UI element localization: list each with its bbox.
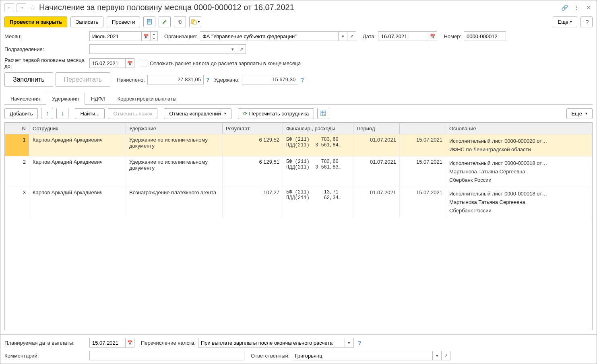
move-up-button[interactable]: ↑ [41,108,53,119]
cell-period-end: 15.07.2021 [400,187,446,218]
titlebar: ← → ☆ Начисление за первую половину меся… [0,0,597,14]
comment-input[interactable] [89,351,244,360]
number-label: Номер: [444,33,461,39]
postpone-checkbox[interactable] [141,60,147,66]
cell-financing: БФ (211) 783,60ПДД(211) 3 561,84… [283,134,353,156]
accrued-help-icon[interactable]: ? [206,77,209,83]
forward-button[interactable]: → [17,3,26,12]
back-button[interactable]: ← [4,3,14,12]
th-basis[interactable]: Основание [446,123,592,134]
kebab-menu-icon[interactable]: ⋮ [572,4,580,12]
month-up-icon[interactable]: ▲ [151,32,157,36]
edit-icon-button[interactable] [159,16,171,27]
calc-until-input[interactable] [89,58,126,68]
th-financing[interactable]: Финансир., расходы [283,123,353,134]
tax-transfer-input[interactable] [198,338,345,348]
recalc-button[interactable]: Пересчитать [56,72,111,87]
accrued-label: Начислено: [117,77,145,83]
tabs: Начисления Удержания НДФЛ Корректировки … [4,93,593,105]
month-input[interactable] [89,31,142,41]
calendar-icon[interactable]: 📅 [142,31,151,41]
tax-help-icon[interactable]: ? [358,340,361,346]
sub-more-button[interactable]: Еще▾ [566,108,593,119]
org-open-icon[interactable]: ↗ [347,31,356,41]
tab-accruals[interactable]: Начисления [4,93,46,105]
calc-calendar-icon[interactable]: 📅 [126,58,134,68]
planned-date-label: Планируемая дата выплаты: [4,340,87,346]
cell-period-start: 01.07.2021 [353,134,400,156]
cancel-fixes-button[interactable]: Отмена исправлений▾ [164,108,231,119]
th-period2[interactable] [400,123,446,134]
month-down-icon[interactable]: ▼ [151,36,157,41]
th-employee[interactable]: Сотрудник [29,123,126,134]
date-calendar-icon[interactable]: 📅 [428,31,437,41]
table-settings-button[interactable] [317,108,329,119]
th-result[interactable]: Результат [223,123,283,134]
attach-icon-button[interactable] [174,16,186,27]
accrued-value: 27 831,05 [147,75,204,84]
withholdings-table: N Сотрудник Удержание Результат Финансир… [4,122,593,330]
more-button[interactable]: Еще▾ [553,16,577,27]
th-period[interactable]: Период [353,123,400,134]
cell-period-start: 01.07.2021 [353,156,400,187]
withheld-help-icon[interactable]: ? [301,77,304,83]
cell-period-start: 01.07.2021 [353,187,400,218]
cell-basis: Исполнительный лист 0000-000018 от… Март… [446,187,592,218]
tax-dropdown-icon[interactable]: ▾ [345,338,354,348]
month-label: Месяц: [4,33,87,39]
table-row[interactable]: 3 Карпов Аркадий Аркадиевич Вознагражден… [5,187,592,218]
date-input[interactable] [378,31,428,41]
tab-withholdings[interactable]: Удержания [46,93,85,105]
find-button[interactable]: Найти... [75,108,105,119]
dept-input[interactable] [89,44,228,54]
dept-label: Подразделение: [4,46,87,52]
resp-dropdown-icon[interactable]: ▾ [433,351,442,360]
tab-ndfl[interactable]: НДФЛ [85,93,112,105]
cell-period-end: 15.07.2021 [400,134,446,156]
create-based-icon-button[interactable]: ▾ [189,16,201,27]
submit-close-button[interactable]: Провести и закрыть [4,16,67,27]
resp-open-icon[interactable]: ↗ [442,351,450,360]
close-icon[interactable]: ✕ [585,4,593,12]
org-dropdown-icon[interactable]: ▾ [339,31,347,41]
link-icon[interactable]: 🔗 [560,4,568,12]
tax-transfer-label: Перечисление налога: [141,340,196,346]
add-button[interactable]: Добавить [4,108,38,119]
svg-point-9 [324,114,325,115]
tab-corrections[interactable]: Корректировки выплаты [112,93,183,105]
cell-employee: Карпов Аркадий Аркадиевич [29,156,126,187]
svg-rect-5 [193,21,196,24]
planned-date-input[interactable] [89,338,126,348]
cell-employee: Карпов Аркадий Аркадиевич [29,187,126,218]
main-toolbar: Провести и закрыть Записать Провести ▾ Е… [0,14,597,29]
star-icon[interactable]: ☆ [29,4,37,12]
dept-open-icon[interactable]: ↗ [237,44,246,54]
table-row[interactable]: 2 Карпов Аркадий Аркадиевич Удержание по… [5,156,592,187]
withheld-value: 15 679,30 [242,75,298,84]
cell-deduction: Удержание по исполнительному документу [126,156,223,187]
withheld-label: Удержано: [214,77,240,83]
submit-button[interactable]: Провести [107,16,140,27]
cell-financing: БФ (211) 13,71ПДД(211) 62,34… [283,187,353,218]
save-button[interactable]: Записать [70,16,103,27]
sub-toolbar: Добавить ↑ ↓ Найти... Отменить поиск Отм… [0,105,597,122]
th-n[interactable]: N [5,123,29,134]
th-deduction[interactable]: Удержание [126,123,223,134]
move-down-button[interactable]: ↓ [56,108,68,119]
calc-until-label: Расчет первой половины месяца до: [4,57,87,69]
cell-basis: Исполнительный лист 0000-000018 от… Март… [446,156,592,187]
planned-calendar-icon[interactable]: 📅 [126,338,134,348]
dept-dropdown-icon[interactable]: ▾ [228,44,237,54]
table-row[interactable]: 1 Карпов Аркадий Аркадиевич Удержание по… [5,134,592,156]
fill-button[interactable]: Заполнить [4,72,53,87]
responsible-input[interactable] [292,351,433,360]
help-button[interactable]: ? [580,16,593,27]
number-input[interactable] [464,31,506,41]
report-icon-button[interactable] [143,16,155,27]
org-input[interactable] [200,31,339,41]
cell-financing: БФ (211) 783,60ПДД(211) 3 561,83… [283,156,353,187]
cancel-search-button[interactable]: Отменить поиск [108,108,157,119]
cell-result: 6 129,52 [223,134,283,156]
recalc-employee-button[interactable]: ⟳Пересчитать сотрудника [238,108,314,119]
cell-n: 3 [5,187,29,218]
